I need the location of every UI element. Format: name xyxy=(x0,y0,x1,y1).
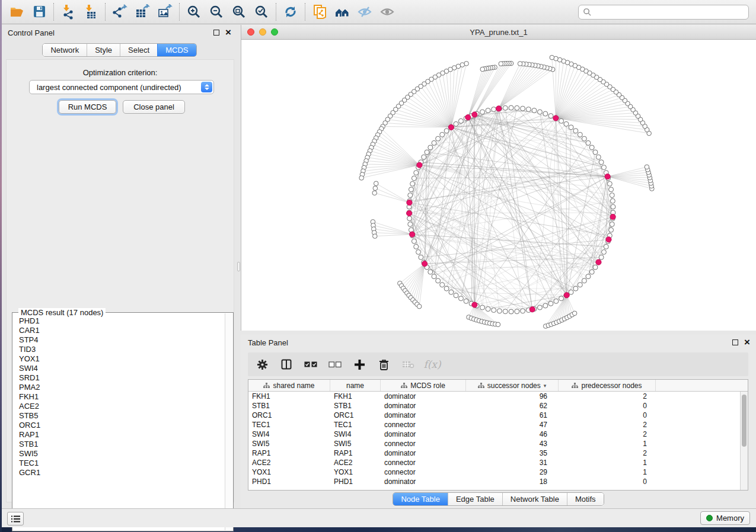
cell-shared-name: PHD1 xyxy=(248,477,330,486)
mcds-node-item[interactable]: RAP1 xyxy=(14,430,224,440)
zoom-in-icon[interactable] xyxy=(183,2,205,22)
mcds-node-item[interactable]: SRD1 xyxy=(14,373,224,383)
float-panel-icon[interactable] xyxy=(213,30,219,36)
mcds-result-list[interactable]: PHD1CAR1STP4TID3YOX1SWI4SRD1PMA2FKH1ACE2… xyxy=(14,316,224,530)
mcds-node-item[interactable]: ORC1 xyxy=(14,421,224,430)
tab-network-table[interactable]: Network Table xyxy=(502,493,567,505)
window-close-light[interactable] xyxy=(247,28,254,36)
mcds-node-item[interactable]: SWI5 xyxy=(14,449,224,459)
node-table[interactable]: shared namenameMCDS rolesuccessor nodes▾… xyxy=(248,379,748,491)
mcds-node-item[interactable]: STB5 xyxy=(14,411,224,421)
mcds-list-scrollbar[interactable] xyxy=(225,313,232,530)
zoom-selected-icon[interactable] xyxy=(250,2,273,22)
import-table-icon[interactable] xyxy=(79,2,102,22)
zoom-out-icon[interactable] xyxy=(205,2,228,22)
search-input[interactable] xyxy=(595,7,748,18)
show-all-icon[interactable] xyxy=(376,2,398,22)
mcds-node-item[interactable]: GCR1 xyxy=(14,468,224,477)
splitter-grip[interactable] xyxy=(237,262,240,271)
tab-mcds[interactable]: MCDS xyxy=(157,44,196,56)
table-row[interactable]: SWI5SWI5connector431 xyxy=(248,439,748,448)
create-column-icon[interactable] xyxy=(352,357,366,371)
tab-node-table[interactable]: Node Table xyxy=(393,493,448,505)
tab-edge-table[interactable]: Edge Table xyxy=(448,493,502,505)
mcds-node-item[interactable]: STB1 xyxy=(14,440,224,449)
column-header-predecessor-nodes[interactable]: predecessor nodes xyxy=(559,380,656,391)
close-panel-icon[interactable]: × xyxy=(225,30,231,36)
deselect-all-icon[interactable] xyxy=(328,357,342,371)
open-file-icon[interactable] xyxy=(5,2,28,22)
float-panel-icon[interactable] xyxy=(732,339,738,345)
mcds-node-item[interactable]: CAR1 xyxy=(14,326,224,335)
tab-motifs[interactable]: Motifs xyxy=(567,493,604,505)
tab-select[interactable]: Select xyxy=(120,44,157,56)
table-row[interactable]: SWI4SWI4dominator462 xyxy=(248,430,748,439)
cell-predecessor-nodes: 1 xyxy=(559,439,656,448)
table-row[interactable]: FKH1FKH1dominator962 xyxy=(248,392,748,401)
mcds-node-item[interactable]: YOX1 xyxy=(14,354,224,364)
mcds-node-item[interactable]: ACE2 xyxy=(14,402,224,411)
cell-successor-nodes: 61 xyxy=(466,411,559,420)
run-mcds-button[interactable]: Run MCDS xyxy=(59,100,116,114)
column-header-shared-name[interactable]: shared name xyxy=(248,380,330,391)
export-network-icon[interactable] xyxy=(109,2,131,22)
cell-successor-nodes: 18 xyxy=(466,477,559,486)
mcds-node-item[interactable]: STP4 xyxy=(14,335,224,345)
table-toolbar: f(x) xyxy=(248,352,748,376)
table-row[interactable]: ORC1ORC1dominator610 xyxy=(248,411,748,420)
table-row[interactable]: TEC1TEC1connector472 xyxy=(248,420,748,430)
column-header-name[interactable]: name xyxy=(330,380,381,391)
mcds-node-item[interactable]: PMA2 xyxy=(14,383,224,392)
zoom-fit-icon[interactable] xyxy=(228,2,250,22)
cell-predecessor-nodes: 2 xyxy=(559,420,656,430)
optimization-criterion-select[interactable]: largest connected component (undirected) xyxy=(29,80,214,94)
mcds-node-item[interactable]: PHD1 xyxy=(14,316,224,326)
column-header-MCDS-role[interactable]: MCDS role xyxy=(381,380,466,391)
clone-network-icon[interactable] xyxy=(308,2,331,22)
select-all-icon[interactable] xyxy=(304,357,318,371)
memory-status-icon xyxy=(706,515,713,521)
control-panel-header: Control Panel × xyxy=(2,25,237,40)
toolbar-separator xyxy=(305,3,305,21)
memory-label: Memory xyxy=(716,514,744,523)
mcds-node-item[interactable]: TID3 xyxy=(14,345,224,354)
cell-MCDS-role: dominator xyxy=(381,448,466,458)
network-window-titlebar[interactable]: YPA_prune.txt_1 xyxy=(241,25,756,40)
mcds-node-item[interactable]: TEC1 xyxy=(14,459,224,468)
cell-name: YOX1 xyxy=(330,467,381,477)
table-row[interactable]: ACE2ACE2connector311 xyxy=(248,458,748,467)
export-table-icon[interactable] xyxy=(131,2,154,22)
task-history-button[interactable] xyxy=(7,512,24,525)
first-neighbors-icon[interactable] xyxy=(331,2,353,22)
mcds-node-item[interactable]: FKH1 xyxy=(14,392,224,402)
horizontal-splitter[interactable] xyxy=(241,331,756,335)
table-row[interactable]: RAP1RAP1dominator352 xyxy=(248,448,748,458)
tab-network[interactable]: Network xyxy=(43,44,87,56)
table-settings-gear-icon[interactable] xyxy=(255,357,269,371)
search-box[interactable] xyxy=(578,5,749,20)
memory-button[interactable]: Memory xyxy=(700,511,750,525)
hide-selected-icon[interactable] xyxy=(353,2,376,22)
export-image-icon[interactable] xyxy=(154,2,176,22)
sort-indicator-icon: ▾ xyxy=(544,383,547,389)
refresh-icon[interactable] xyxy=(279,2,302,22)
table-row[interactable]: YOX1YOX1connector291 xyxy=(248,467,748,477)
mcds-result-group: MCDS result (17 nodes) PHD1CAR1STP4TID3Y… xyxy=(12,312,234,531)
network-graph-canvas[interactable] xyxy=(241,40,756,330)
import-network-icon[interactable] xyxy=(57,2,79,22)
table-scrollbar-thumb[interactable] xyxy=(742,395,747,447)
table-row[interactable]: PHD1PHD1dominator180 xyxy=(248,477,748,486)
delete-column-icon[interactable] xyxy=(377,357,391,371)
cell-successor-nodes: 62 xyxy=(466,401,559,411)
table-row[interactable]: STB1STB1dominator620 xyxy=(248,401,748,411)
show-column-icon[interactable] xyxy=(279,357,294,371)
table-scrollbar[interactable] xyxy=(740,392,748,490)
save-icon[interactable] xyxy=(28,2,50,22)
mcds-node-item[interactable]: SWI4 xyxy=(14,364,224,373)
window-minimize-light[interactable] xyxy=(259,28,266,36)
column-header-successor-nodes[interactable]: successor nodes▾ xyxy=(466,380,559,391)
window-zoom-light[interactable] xyxy=(271,28,278,36)
tab-style[interactable]: Style xyxy=(87,44,120,56)
close-panel-button[interactable]: Close panel xyxy=(123,100,185,114)
close-panel-icon[interactable]: × xyxy=(744,339,750,345)
